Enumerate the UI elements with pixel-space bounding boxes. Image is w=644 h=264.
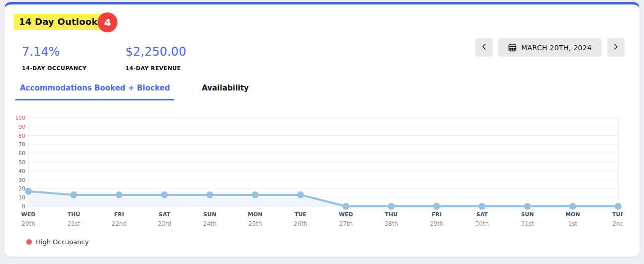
legend-label: High Occupancy [36,238,89,246]
data-point[interactable] [297,191,304,198]
x-axis-date-label: 30th [475,220,489,227]
x-axis-day-label: WED [21,211,36,218]
y-tick-label: 60 [18,150,25,157]
x-axis-date-label: 2nd [613,220,623,227]
x-axis-date-label: 1st [568,220,578,227]
data-point[interactable] [388,203,395,210]
revenue-value: $2,250.00 [125,45,229,59]
data-point[interactable] [70,191,77,198]
x-axis-date-label: 27th [339,220,353,227]
chart-tabs: Accommodations Booked + Blocked Availabi… [15,84,625,100]
x-axis-day-label: MON [565,211,580,218]
x-axis-day-label: FRI [431,211,441,218]
data-point[interactable] [479,203,486,210]
x-axis-date-label: 26th [294,220,308,227]
occupancy-value: 7.14% [22,45,125,59]
x-axis-date-label: 21st [67,220,81,227]
x-axis-date-label: 22nd [111,220,127,227]
y-tick-label: 90 [18,124,25,130]
chart-legend: High Occupancy [26,238,625,246]
data-point[interactable] [569,203,576,210]
y-tick-label: 20 [18,185,25,192]
occupancy-stat: 7.14% 14-DAY OCCUPANCY [22,45,125,72]
revenue-label: 14-DAY REVENUE [125,65,229,72]
prev-day-button[interactable] [475,38,493,57]
data-point[interactable] [342,203,349,210]
x-axis-day-label: TUE [295,211,307,218]
x-axis-date-label: 28th [384,220,398,227]
chevron-left-icon [482,43,486,52]
x-axis-day-label: THU [67,211,80,218]
page-title: 14 Day Outlook [14,14,104,30]
title-row: 14 Day Outlook 4 [14,12,625,32]
tab-availability[interactable]: Availability [197,84,253,100]
fourteen-day-outlook-card: 14 Day Outlook 4 7.14% 14-DAY OCCUPANCY … [4,2,640,257]
date-navigation: MARCH 20TH, 2024 [475,38,625,57]
revenue-stat: $2,250.00 14-DAY REVENUE [125,45,229,72]
line-chart-svg: 0102030405060708090100WED20thTHU21stFRI2… [16,115,623,230]
x-axis-day-label: WED [339,211,353,218]
x-axis-day-label: SAT [476,211,488,218]
data-point[interactable] [25,188,32,195]
data-point[interactable] [433,203,440,210]
x-axis-day-label: SUN [204,211,216,218]
y-tick-label: 100 [16,115,25,121]
data-point[interactable] [615,203,622,210]
x-axis-day-label: FRI [114,211,124,218]
occupancy-chart: 0102030405060708090100WED20thTHU21stFRI2… [16,115,625,232]
date-label: MARCH 20TH, 2024 [521,44,592,52]
occupancy-label: 14-DAY OCCUPANCY [22,65,125,72]
x-axis-day-label: MON [248,211,263,218]
x-axis-date-label: 29th [430,220,444,227]
x-axis-day-label: TUE [612,211,623,218]
y-tick-label: 80 [18,133,25,139]
y-tick-label: 70 [18,141,25,148]
step-badge: 4 [98,12,117,32]
next-day-button[interactable] [607,38,625,57]
data-point[interactable] [115,191,122,198]
data-point[interactable] [524,203,531,210]
x-axis-date-label: 23rd [158,220,172,227]
y-tick-label: 0 [22,203,25,210]
y-tick-label: 10 [18,194,25,201]
chevron-right-icon [614,43,618,52]
data-point[interactable] [252,191,259,198]
x-axis-date-label: 24th [203,220,217,227]
y-tick-label: 40 [18,168,25,175]
x-axis-day-label: SAT [159,211,171,218]
high-occupancy-dot-icon [26,239,32,245]
x-axis-date-label: 20th [21,220,35,227]
x-axis-day-label: SUN [521,211,534,218]
page-title-text: 14 Day Outlook [19,16,98,27]
y-tick-label: 50 [18,159,25,166]
tab-accommodations-booked-blocked[interactable]: Accommodations Booked + Blocked [15,84,174,100]
date-picker-button[interactable]: MARCH 20TH, 2024 [498,38,602,57]
x-axis-date-label: 31st [521,220,535,227]
x-axis-day-label: THU [385,211,398,218]
y-tick-label: 30 [18,177,25,183]
data-point[interactable] [207,191,214,198]
x-axis-date-label: 25th [248,220,262,227]
calendar-icon [508,43,517,52]
data-point[interactable] [161,191,168,198]
